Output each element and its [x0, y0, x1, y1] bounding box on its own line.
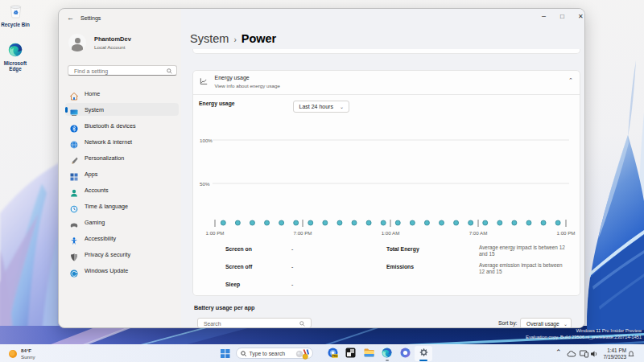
svg-text:50%: 50%: [200, 181, 210, 187]
svg-text:100%: 100%: [200, 138, 213, 143]
svg-text:1:00 PM: 1:00 PM: [556, 230, 575, 236]
svg-text:1:00 AM: 1:00 AM: [382, 230, 400, 236]
svg-text:PRE: PRE: [332, 355, 338, 358]
svg-text:7:00 PM: 7:00 PM: [293, 230, 312, 236]
svg-text:1:00 PM: 1:00 PM: [205, 230, 224, 236]
svg-text:7:00 AM: 7:00 AM: [469, 230, 488, 236]
